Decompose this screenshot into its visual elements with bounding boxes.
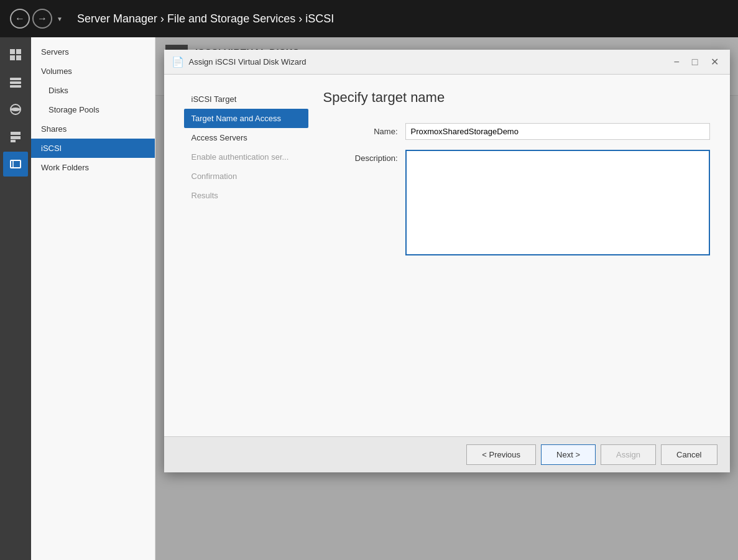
name-input[interactable] [405,123,710,140]
titlebar-breadcrumb: Server Manager › File and Storage Servic… [77,12,334,25]
wizard-nav-target-name[interactable]: Target Name and Access [184,109,308,128]
nav-controls: ← → ▼ [10,9,65,29]
wizard-body: iSCSI Target Target Name and Access Acce… [164,75,730,436]
svg-rect-6 [10,85,21,88]
wizard-nav-auth: Enable authentication ser... [184,147,308,167]
wizard-nav-confirmation: Confirmation [184,167,308,186]
wizard-close-button[interactable]: ✕ [707,55,722,69]
wizard-nav: iSCSI Target Target Name and Access Acce… [184,90,308,421]
wizard-minimize-button[interactable]: − [670,55,683,69]
wizard-section-title: Specify target name [323,90,710,106]
icon-sidebar [0,37,31,560]
wizard-maximize-button[interactable]: □ [688,55,702,69]
svg-rect-1 [16,49,21,54]
svg-rect-9 [11,132,21,135]
sidebar-icon-servers[interactable] [3,70,28,94]
description-textarea[interactable] [405,150,710,255]
svg-rect-2 [10,55,15,60]
sidebar-item-iscsi[interactable]: iSCSI [31,139,155,158]
sidebar-icon-storage[interactable] [3,124,28,149]
main-layout: Servers Volumes Disks Storage Pools Shar… [0,37,738,560]
description-label: Description: [323,150,398,163]
sidebar-item-shares[interactable]: Shares [31,119,155,139]
sidebar-item-volumes[interactable]: Volumes [31,62,155,81]
svg-rect-5 [10,81,21,84]
forward-button[interactable]: → [32,9,52,29]
wizard-dialog: 📄 Assign iSCSI Virtual Disk Wizard − □ ✕… [164,50,730,472]
wizard-icon: 📄 [172,56,184,68]
svg-rect-10 [11,136,21,139]
wizard-titlebar: 📄 Assign iSCSI Virtual Disk Wizard − □ ✕ [164,50,730,75]
content-area: iSCSI VIRTUAL DISKS All iSCSI virtual di… [155,37,738,560]
svg-rect-0 [10,49,15,54]
back-button[interactable]: ← [10,9,30,29]
assign-button[interactable]: Assign [601,444,656,465]
wizard-nav-access-servers[interactable]: Access Servers [184,128,308,147]
svg-rect-12 [11,160,21,168]
wizard-footer: < Previous Next > Assign Cancel [164,436,730,472]
sidebar-item-disks[interactable]: Disks [31,81,155,100]
titlebar: ← → ▼ Server Manager › File and Storage … [0,0,738,37]
sidebar-icon-dashboard[interactable] [3,42,28,67]
wizard-title-left: 📄 Assign iSCSI Virtual Disk Wizard [172,56,307,68]
wizard-title-controls: − □ ✕ [670,55,722,69]
sidebar-item-servers[interactable]: Servers [31,42,155,62]
svg-rect-3 [16,55,21,60]
sidebar-item-storage-pools[interactable]: Storage Pools [31,100,155,119]
form-name-row: Name: [323,123,710,140]
wizard-nav-iscsi-target[interactable]: iSCSI Target [184,90,308,109]
wizard-overlay: 📄 Assign iSCSI Virtual Disk Wizard − □ ✕… [155,37,738,560]
svg-rect-11 [11,140,16,142]
sidebar-icon-volumes[interactable] [3,97,28,122]
svg-rect-4 [10,78,21,80]
wizard-title: Assign iSCSI Virtual Disk Wizard [189,57,307,67]
sidebar-icon-iscsi[interactable] [3,152,28,177]
name-label: Name: [323,123,398,136]
wizard-nav-results: Results [184,186,308,205]
cancel-button[interactable]: Cancel [661,444,717,465]
form-description-row: Description: [323,150,710,255]
svg-point-8 [11,108,21,111]
nav-dropdown-button[interactable]: ▼ [55,9,65,29]
next-button[interactable]: Next > [541,444,596,465]
previous-button[interactable]: < Previous [466,444,536,465]
sidebar-item-work-folders[interactable]: Work Folders [31,158,155,177]
wizard-content: Specify target name Name: Description: [323,90,710,421]
text-sidebar: Servers Volumes Disks Storage Pools Shar… [31,37,155,560]
